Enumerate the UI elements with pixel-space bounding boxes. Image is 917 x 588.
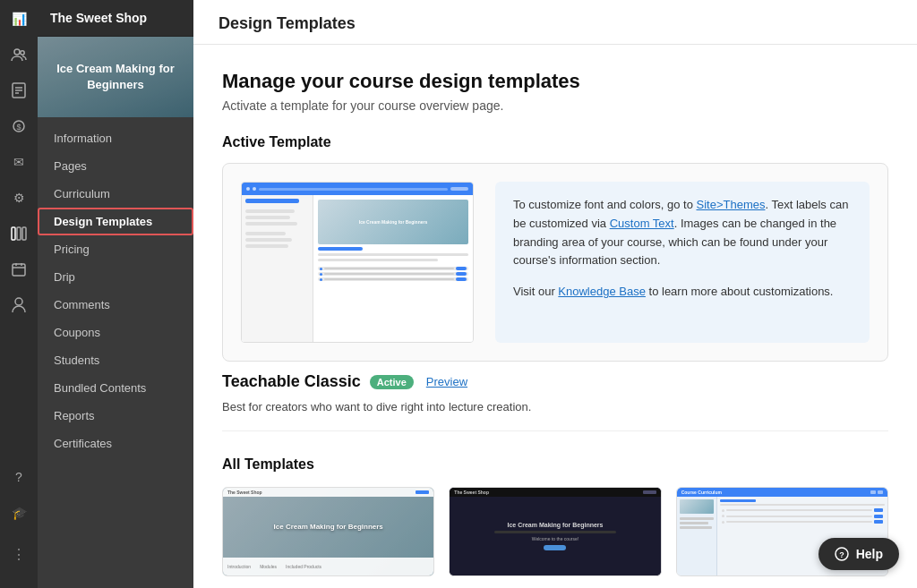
template-description: Best for creators who want to dive right…: [222, 398, 888, 416]
sidebar-item-students[interactable]: Students: [38, 346, 193, 374]
info-paragraph-1: To customize font and colors, go to Site…: [513, 196, 852, 270]
sidebar-item-comments[interactable]: Comments: [38, 291, 193, 319]
sidebar-item-drip[interactable]: Drip: [38, 263, 193, 291]
active-template-card: Ice Cream Making for Beginners: [222, 163, 888, 362]
library-icon[interactable]: [9, 224, 29, 243]
svg-point-15: [15, 298, 22, 305]
question-icon[interactable]: ?: [9, 467, 29, 487]
svg-text:$: $: [16, 123, 21, 132]
svg-rect-11: [13, 264, 25, 276]
gear-icon[interactable]: ⚙: [9, 188, 29, 208]
svg-rect-9: [17, 227, 21, 240]
svg-point-1: [21, 51, 24, 55]
sidebar-item-coupons[interactable]: Coupons: [38, 319, 193, 346]
site-themes-link[interactable]: Site>Themes: [697, 198, 766, 211]
sidebar-item-curriculum[interactable]: Curriculum: [38, 180, 193, 208]
people-icon[interactable]: [9, 45, 29, 64]
template-grid-item-1[interactable]: The Sweet Shop Ice Cream Making for Begi…: [222, 487, 434, 576]
mail-icon[interactable]: ✉: [9, 152, 29, 172]
brand-name: The Sweet Shop: [38, 0, 193, 37]
sidebar-item-information[interactable]: Information: [38, 124, 193, 152]
preview-link[interactable]: Preview: [426, 375, 467, 388]
sidebar-item-certificates[interactable]: Certificates: [38, 430, 193, 457]
sidebar-item-pages[interactable]: Pages: [38, 152, 193, 180]
icon-bar: 📊 $ ✉ ⚙: [0, 0, 38, 588]
help-label: Help: [856, 547, 883, 561]
help-button[interactable]: ? Help: [818, 538, 899, 570]
sidebar-item-reports[interactable]: Reports: [38, 402, 193, 430]
page-icon[interactable]: [9, 81, 29, 100]
person-icon[interactable]: [9, 295, 29, 315]
three-dots[interactable]: ⋮: [12, 539, 26, 570]
template-preview-thumbnail: Ice Cream Making for Beginners: [241, 182, 474, 343]
sidebar-item-bundled-contents[interactable]: Bundled Contents: [38, 374, 193, 402]
template2-title: Ice Cream Making for Beginners: [508, 522, 604, 528]
help-icon: ?: [835, 547, 849, 561]
template-info-panel: To customize font and colors, go to Site…: [495, 182, 870, 343]
dollar-icon[interactable]: $: [9, 116, 29, 136]
graduate-icon[interactable]: 🎓: [9, 503, 29, 523]
page-title: Manage your course design templates: [222, 70, 888, 93]
course-nav: Information Pages Curriculum Design Temp…: [38, 117, 193, 464]
page-header: Design Templates: [193, 0, 917, 45]
svg-text:?: ?: [839, 550, 844, 559]
active-badge: Active: [370, 375, 414, 389]
template-grid-item-2[interactable]: The Sweet Shop Ice Cream Making for Begi…: [449, 487, 661, 576]
svg-point-0: [14, 49, 20, 55]
sidebar-item-design-templates[interactable]: Design Templates: [38, 208, 193, 235]
course-thumbnail: Ice Cream Making for Beginners: [38, 37, 193, 117]
template1-title: Ice Cream Making for Beginners: [267, 523, 390, 531]
sidebar: The Sweet Shop Ice Cream Making for Begi…: [38, 0, 193, 588]
main-content: Design Templates Manage your course desi…: [193, 0, 917, 588]
active-template-label: Active Template: [222, 134, 888, 150]
course-title: Ice Cream Making for Beginners: [38, 61, 193, 93]
template-name: Teachable Classic: [222, 372, 361, 391]
sidebar-item-pricing[interactable]: Pricing: [38, 235, 193, 263]
calendar-icon[interactable]: [9, 260, 29, 279]
info-paragraph-2: Visit our Knowledge Base to learn more a…: [513, 283, 852, 302]
svg-rect-8: [12, 227, 15, 240]
template2-subtitle: Welcome to the course!: [532, 536, 578, 541]
templates-grid: The Sweet Shop Ice Cream Making for Begi…: [222, 487, 888, 576]
chart-icon[interactable]: 📊: [9, 9, 29, 29]
page-subtitle: Activate a template for your course over…: [222, 98, 888, 113]
all-templates-label: All Templates: [222, 456, 888, 473]
template-name-row: Teachable Classic Active Preview: [222, 372, 888, 391]
svg-rect-10: [22, 227, 26, 240]
knowledge-base-link[interactable]: Knowledge Base: [558, 285, 646, 298]
custom-text-link[interactable]: Custom Text: [610, 217, 674, 230]
